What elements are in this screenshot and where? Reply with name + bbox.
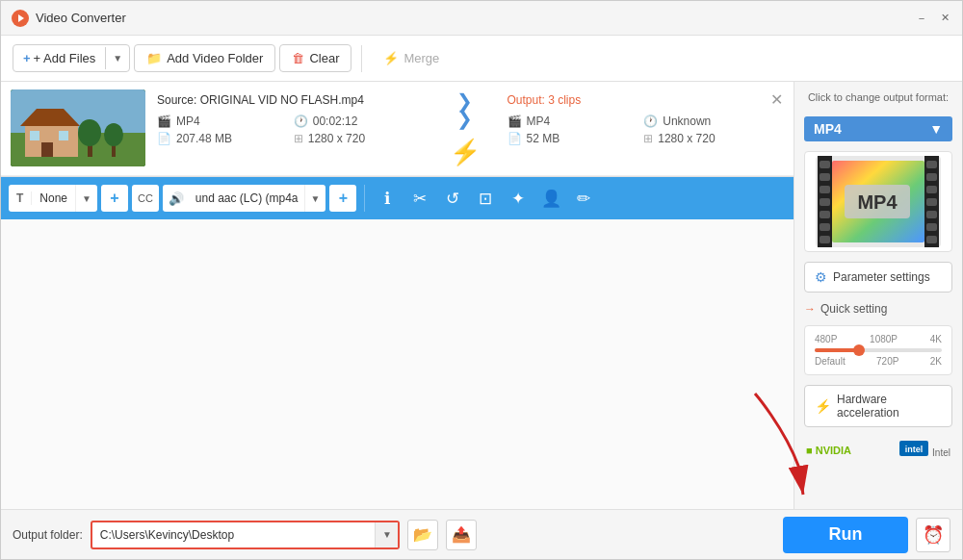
- export-button[interactable]: 📤: [446, 520, 477, 550]
- merge-button: ⚡ Merge: [372, 45, 451, 71]
- crop-button[interactable]: ⊡: [471, 184, 500, 213]
- source-duration: 00:02:12: [313, 115, 358, 128]
- add-folder-label: Add Video Folder: [167, 51, 263, 65]
- output-format: MP4: [527, 115, 551, 128]
- run-button[interactable]: Run: [783, 517, 908, 553]
- output-format-item: 🎬 MP4: [508, 115, 637, 128]
- hw-accel-label: Hardware acceleration: [837, 393, 942, 420]
- output-folder-input-container[interactable]: ▼: [91, 521, 401, 549]
- title-bar: Video Converter − ✕: [1, 1, 962, 36]
- svg-rect-28: [926, 198, 937, 206]
- arrow-right-icon2: ❯: [456, 107, 473, 130]
- output-size-item: 📄 52 MB: [508, 132, 637, 145]
- parameter-settings-button[interactable]: ⚙ Parameter settings: [804, 262, 952, 293]
- svg-rect-18: [820, 173, 830, 181]
- nvidia-logo: ■ NVIDIA: [806, 445, 851, 456]
- minimize-button[interactable]: −: [914, 11, 929, 26]
- svg-rect-21: [820, 211, 830, 218]
- add-files-dropdown-button[interactable]: ▼: [105, 47, 129, 69]
- svg-rect-20: [820, 198, 830, 206]
- drop-area: [1, 219, 794, 509]
- output-resolution-item: ⊞ 1280 x 720: [643, 132, 772, 145]
- format-selector-button[interactable]: MP4 ▼: [804, 116, 952, 141]
- svg-rect-17: [820, 161, 830, 168]
- rotate-button[interactable]: ↺: [438, 184, 467, 213]
- folder-icon: 📁: [146, 51, 162, 65]
- slider-thumb[interactable]: [853, 344, 865, 356]
- merge-icon: ⚡: [383, 51, 399, 65]
- hardware-acceleration-button[interactable]: ⚡ Hardware acceleration: [804, 385, 952, 427]
- close-file-button[interactable]: ✕: [767, 89, 786, 109]
- add-files-button[interactable]: + + Add Files: [13, 45, 105, 71]
- svg-rect-19: [820, 186, 830, 193]
- timer-icon: ⏰: [923, 524, 944, 546]
- intel-option: intel Intel: [899, 441, 950, 459]
- output-video-icon: 🎬: [508, 115, 522, 128]
- text-icon: T: [16, 191, 23, 205]
- main-content: Source: ORIGINAL VID NO FLASH.mp4 🎬 MP4 …: [1, 82, 962, 509]
- source-duration-item: 🕐 00:02:12: [294, 115, 423, 128]
- watermark-button[interactable]: 👤: [536, 184, 565, 213]
- source-format-item: 🎬 MP4: [157, 115, 286, 128]
- svg-rect-9: [30, 131, 39, 140]
- format-dropdown-arrow: ▼: [929, 121, 943, 137]
- svg-point-14: [104, 123, 123, 146]
- close-button[interactable]: ✕: [937, 11, 952, 26]
- trash-icon: 🗑: [292, 51, 304, 65]
- svg-rect-29: [926, 211, 937, 218]
- video-icon: 🎬: [157, 115, 171, 128]
- folder-dropdown-button[interactable]: ▼: [375, 522, 398, 547]
- open-folder-button[interactable]: 📂: [407, 520, 438, 550]
- svg-text:MP4: MP4: [857, 191, 898, 213]
- effects-button[interactable]: ✦: [504, 184, 533, 213]
- audio-value: und aac (LC) (mp4a: [190, 191, 304, 205]
- output-folder-field[interactable]: [100, 528, 391, 542]
- resize-icon: ⊞: [294, 132, 303, 145]
- source-filename: Source: ORIGINAL VID NO FLASH.mp4: [157, 93, 423, 107]
- quality-slider[interactable]: 480P 1080P 4K Default 720P 2K: [804, 325, 952, 375]
- output-duration: Unknown: [663, 115, 711, 128]
- arrow-icon: →: [804, 302, 816, 316]
- subtitle-dropdown-arrow[interactable]: ▼: [75, 185, 97, 212]
- intel-icon: intel: [899, 441, 928, 456]
- slider-track: [815, 348, 942, 352]
- clock-icon: 🕐: [294, 115, 308, 128]
- output-clock-icon: 🕐: [643, 115, 658, 128]
- audio-add-button[interactable]: +: [329, 185, 356, 212]
- output-size: 52 MB: [527, 132, 560, 145]
- output-resolution: 1280 x 720: [658, 132, 715, 145]
- subtitle-add-button[interactable]: +: [101, 185, 128, 212]
- quick-setting-label: → Quick setting: [804, 302, 952, 316]
- subtitle-selector[interactable]: T None ▼: [9, 185, 97, 212]
- svg-rect-8: [41, 142, 53, 157]
- source-resolution: 1280 x 720: [308, 132, 365, 145]
- clear-button[interactable]: 🗑 Clear: [279, 44, 351, 72]
- bottom-bar: Output folder: ▼ 📂 📤 Run ⏰: [1, 509, 962, 559]
- arrow-area: ❯ ❯ ⚡: [434, 89, 496, 167]
- audio-selector[interactable]: 🔊 und aac (LC) (mp4a ▼: [163, 185, 326, 212]
- app-title: Video Converter: [36, 11, 914, 25]
- audio-dropdown-arrow[interactable]: ▼: [304, 185, 326, 212]
- output-folder-label: Output folder:: [13, 528, 83, 542]
- merge-label: Merge: [403, 51, 439, 65]
- clear-label: Clear: [309, 51, 339, 65]
- export-icon: 📤: [452, 525, 471, 544]
- plus-icon: +: [23, 51, 31, 65]
- cut-button[interactable]: ✂: [405, 184, 434, 213]
- timer-button[interactable]: ⏰: [916, 518, 950, 552]
- svg-rect-23: [820, 236, 830, 243]
- add-video-folder-button[interactable]: 📁 Add Video Folder: [134, 44, 275, 72]
- source-resolution-item: ⊞ 1280 x 720: [294, 132, 423, 145]
- source-info: Source: ORIGINAL VID NO FLASH.mp4 🎬 MP4 …: [145, 89, 434, 167]
- cc-button[interactable]: CC: [132, 185, 159, 212]
- svg-rect-22: [820, 223, 830, 231]
- gpu-options-row: ■ NVIDIA intel Intel: [804, 437, 952, 463]
- info-button[interactable]: ℹ: [373, 184, 402, 213]
- source-details: 🎬 MP4 🕐 00:02:12 📄 207.48 MB: [157, 115, 423, 145]
- hw-icon: ⚡: [815, 398, 831, 414]
- param-settings-label: Parameter settings: [833, 270, 930, 284]
- right-panel: Click to change output format: MP4 ▼: [794, 82, 962, 509]
- output-details: 🎬 MP4 🕐 Unknown 📄 52 MB: [508, 115, 773, 145]
- edit-button[interactable]: ✏: [569, 184, 598, 213]
- file-area: Source: ORIGINAL VID NO FLASH.mp4 🎬 MP4 …: [1, 82, 794, 177]
